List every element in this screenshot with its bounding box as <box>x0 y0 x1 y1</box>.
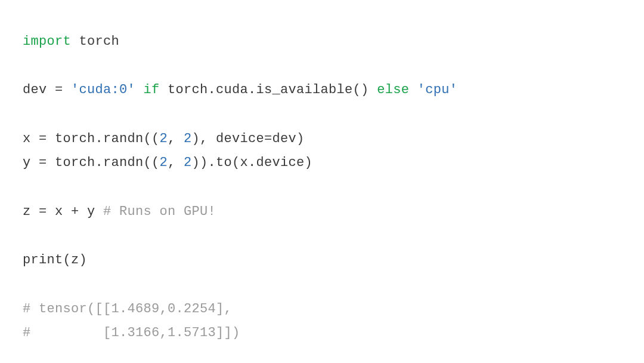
var-assign: dev = <box>23 82 71 97</box>
expression: z = x + y <box>23 204 103 219</box>
line-3: x = torch.randn((2, 2), device=dev) <box>23 131 305 146</box>
module-name: torch <box>71 34 119 49</box>
separator: , <box>168 155 184 170</box>
number-literal: 2 <box>160 131 168 146</box>
line-5: z = x + y # Runs on GPU! <box>23 204 216 219</box>
expression: )).to(x.device) <box>192 155 313 170</box>
expression: x = torch.randn(( <box>23 131 160 146</box>
string-literal: 'cuda:0' <box>71 82 135 97</box>
comment: # [1.3166,1.5713]]) <box>23 325 240 340</box>
line-2: dev = 'cuda:0' if torch.cuda.is_availabl… <box>23 82 457 97</box>
number-literal: 2 <box>184 155 192 170</box>
line-1: import torch <box>23 34 119 49</box>
expression: torch.cuda.is_available() <box>160 82 377 97</box>
expression: ), device=dev) <box>192 131 305 146</box>
keyword-else: else <box>377 82 409 97</box>
line-7: # tensor([[1.4689,0.2254], <box>23 302 232 316</box>
line-4: y = torch.randn((2, 2)).to(x.device) <box>23 155 312 170</box>
number-literal: 2 <box>184 131 192 146</box>
comment: # tensor([[1.4689,0.2254], <box>23 302 232 316</box>
keyword-if: if <box>135 82 160 97</box>
expression: print(z) <box>23 253 87 267</box>
line-6: print(z) <box>23 253 87 267</box>
expression: y = torch.randn(( <box>23 155 160 170</box>
string-literal: 'cpu' <box>409 82 457 97</box>
keyword-import: import <box>23 34 71 49</box>
comment: # Runs on GPU! <box>103 204 216 219</box>
separator: , <box>168 131 184 146</box>
number-literal: 2 <box>160 155 168 170</box>
line-8: # [1.3166,1.5713]]) <box>23 325 240 340</box>
code-block: import torch dev = 'cuda:0' if torch.cud… <box>23 30 621 346</box>
